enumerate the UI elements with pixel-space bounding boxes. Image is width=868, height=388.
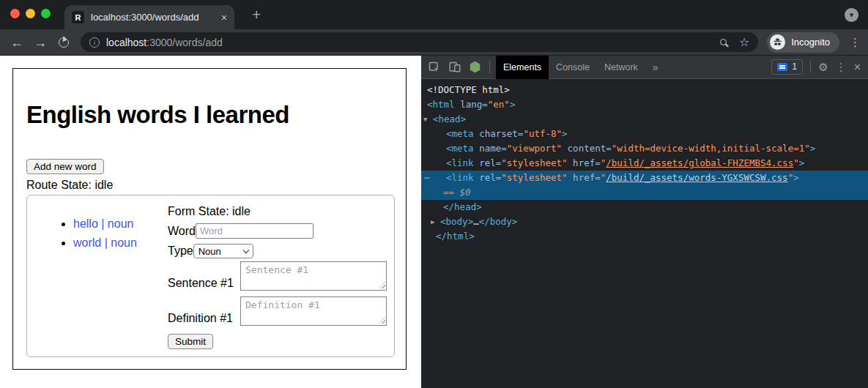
tab-title: localhost:3000/words/add: [91, 12, 215, 23]
code-token: >: [510, 99, 516, 110]
devtools-panel: ElementsConsoleNetwork » 1 ⚙ ⋮ × <!DOCTY…: [421, 56, 868, 388]
code-token: "viewport": [507, 143, 562, 154]
word-link[interactable]: hello | noun: [73, 217, 133, 230]
code-token: <meta: [446, 143, 479, 154]
dom-node-line[interactable]: ▼<head>: [421, 112, 868, 127]
chevron-down-icon: [242, 247, 248, 253]
code-token: <body>: [440, 216, 473, 227]
devtools-tab-console[interactable]: Console: [549, 56, 597, 79]
code-token: >: [799, 157, 805, 168]
route-state-text: Route State: idle: [26, 179, 406, 192]
devtools-toolbar-right: 1 ⚙ ⋮ ×: [771, 59, 868, 75]
window-menu-button[interactable]: ▾: [845, 8, 858, 22]
url-path: :3000/words/add: [146, 37, 223, 48]
type-field-row: Type Noun: [168, 244, 394, 258]
browser-toolbar: ← → i localhost:3000/words/add ☆ Incogni…: [0, 29, 868, 56]
dom-node-line[interactable]: <link rel="stylesheet" href="/build/_ass…: [421, 156, 868, 171]
site-info-icon[interactable]: i: [89, 37, 100, 48]
sentence-textarea[interactable]: [240, 261, 387, 291]
code-token: </head>: [443, 201, 482, 212]
code-token: $0: [460, 187, 471, 198]
reload-button[interactable]: [59, 37, 69, 48]
submit-button[interactable]: Submit: [168, 334, 213, 349]
devtools-tab-network[interactable]: Network: [597, 56, 645, 79]
web-page: English words I learned Add new word Rou…: [0, 56, 421, 388]
node-more-actions-icon[interactable]: ⋯: [424, 171, 430, 185]
devtools-close-icon[interactable]: ×: [854, 61, 861, 73]
issues-count: 1: [792, 62, 797, 72]
definition-textarea-wrap: [240, 296, 387, 326]
toolbar-divider: [810, 61, 811, 73]
dom-node-line[interactable]: ▶<body>…</body>: [421, 214, 868, 229]
maximize-window-button[interactable]: [41, 9, 51, 18]
code-token: >: [562, 128, 568, 139]
code-token: …: [473, 216, 479, 227]
back-button[interactable]: ←: [7, 36, 26, 49]
definition-label: Definition #1: [168, 312, 240, 326]
browser-menu-icon[interactable]: ⋮: [850, 36, 861, 49]
code-token: [562, 143, 568, 154]
definition-textarea[interactable]: [240, 296, 387, 326]
code-token: =: [595, 172, 601, 183]
dom-node-line[interactable]: <meta name="viewport" content="width=dev…: [421, 141, 868, 156]
more-tabs-icon[interactable]: »: [645, 61, 666, 73]
code-token: charset: [479, 128, 518, 139]
code-token: "utf-8": [523, 128, 562, 139]
close-window-button[interactable]: [10, 9, 20, 18]
word-input[interactable]: [196, 223, 314, 239]
code-token: rel: [479, 157, 496, 168]
browser-window: R localhost:3000/words/add × + ▾ ← → i l…: [0, 0, 868, 388]
devtools-tab-elements[interactable]: Elements: [496, 56, 549, 79]
word-list-item: hello | noun: [73, 217, 168, 231]
code-token: =: [606, 143, 612, 154]
device-toolbar-icon[interactable]: [449, 61, 461, 72]
devtools-tabs: ElementsConsoleNetwork: [496, 56, 645, 79]
forward-button[interactable]: →: [31, 36, 50, 49]
issues-icon: [777, 63, 787, 71]
issues-counter[interactable]: 1: [771, 59, 803, 75]
collapse-arrow-icon[interactable]: ▶: [431, 214, 434, 229]
dom-node-line[interactable]: </head>: [421, 200, 868, 214]
word-link[interactable]: world | noun: [73, 236, 137, 249]
code-token: ==: [443, 187, 460, 198]
app-container: English words I learned Add new word Rou…: [12, 68, 407, 370]
code-token: <link: [446, 172, 479, 183]
expand-arrow-icon[interactable]: ▼: [423, 112, 427, 127]
dom-node-line[interactable]: <html lang="en">: [421, 97, 868, 112]
new-tab-button[interactable]: +: [252, 6, 261, 23]
dom-node-line[interactable]: </html>: [421, 229, 868, 244]
type-select[interactable]: Noun: [193, 244, 253, 258]
code-token: /build/_assets/words-YGXSWCSW.css: [606, 172, 787, 183]
dom-node-line[interactable]: <meta charset="utf-8">: [421, 127, 868, 141]
devtools-menu-icon[interactable]: ⋮: [836, 61, 847, 72]
zoom-icon[interactable]: [720, 39, 727, 45]
code-token: content: [568, 143, 607, 154]
sentence-field-row: Sentence #1: [168, 261, 394, 291]
code-token: [568, 157, 574, 168]
word-label: Word: [168, 225, 196, 238]
add-new-word-button[interactable]: Add new word: [26, 159, 104, 174]
browser-tab[interactable]: R localhost:3000/words/add ×: [64, 5, 234, 29]
minimize-window-button[interactable]: [26, 9, 35, 18]
incognito-badge[interactable]: Incognito: [767, 32, 839, 53]
settings-gear-icon[interactable]: ⚙: [818, 61, 828, 72]
inspect-element-icon[interactable]: [429, 61, 440, 73]
dom-node-line[interactable]: == $0: [421, 185, 868, 200]
word-list-item: world | noun: [73, 236, 168, 250]
sentence-textarea-wrap: [240, 261, 387, 291]
remix-favicon-icon: R: [72, 11, 84, 23]
code-token: href: [573, 172, 595, 183]
code-token: <head>: [433, 113, 466, 124]
dom-node-line[interactable]: <!DOCTYPE html>: [421, 83, 868, 97]
form-state-text: Form State: idle: [168, 205, 394, 218]
tab-close-icon[interactable]: ×: [221, 12, 227, 23]
incognito-label: Incognito: [791, 37, 830, 48]
node-js-icon[interactable]: [470, 61, 481, 73]
code-token: lang: [460, 99, 482, 110]
code-token: "stylesheet": [501, 172, 567, 183]
dom-node-line[interactable]: ⋯<link rel="stylesheet" href="/build/_as…: [421, 171, 868, 185]
address-bar[interactable]: i localhost:3000/words/add ☆: [81, 32, 758, 52]
bookmark-star-icon[interactable]: ☆: [739, 37, 749, 48]
url-text[interactable]: localhost:3000/words/add: [106, 37, 223, 48]
incognito-avatar: [770, 34, 785, 50]
